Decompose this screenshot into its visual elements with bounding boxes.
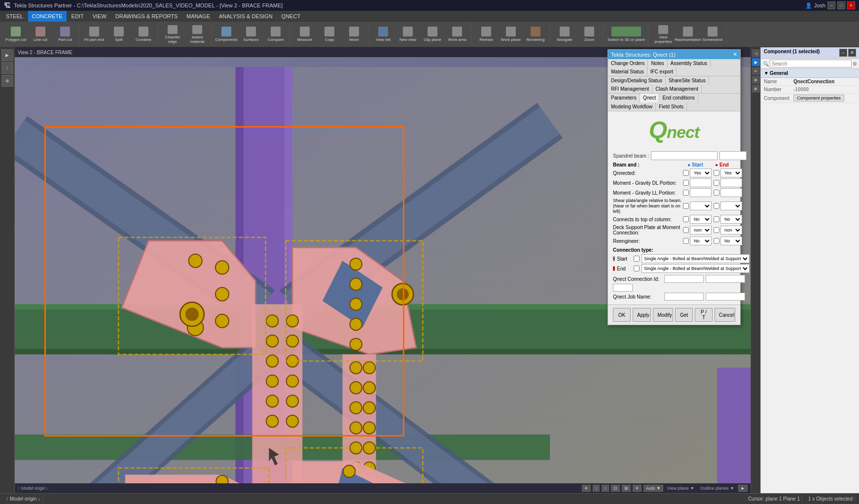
rendering-button[interactable]: Rendering [524,25,547,44]
left-tool-1[interactable]: ▶ [1,49,13,61]
tab-sharesite[interactable]: ShareSite Status [666,76,709,85]
shear-end-cb[interactable] [714,203,719,209]
qnnected-start-checkbox[interactable] [683,170,689,176]
clip-plane-button[interactable]: Clip plane [421,25,444,44]
conn-end-radio[interactable] [613,266,615,271]
added-material-button[interactable]: Added material [185,25,209,44]
conn-start-select[interactable]: Single Angle - Bolted at Beam/Welded at … [642,254,750,263]
model-origin-status[interactable]: ↑ Model origin ↓ [4,496,43,502]
chamfer-edge-button[interactable]: Chamfer edge [161,25,184,44]
measure-button[interactable]: Measure [293,25,317,44]
general-section-header[interactable]: ▼ General [761,69,859,78]
component-search-input[interactable] [770,60,852,67]
tab-rfi[interactable]: RFI Management [608,85,652,93]
vp-arrow-button[interactable]: ► [738,485,748,492]
split-button[interactable]: Split [107,25,131,44]
new-view-button[interactable]: New view [396,25,420,44]
vp-mode[interactable]: ✕ [633,485,642,492]
deck-end-sel[interactable]: none [720,226,742,235]
tab-change-orders[interactable]: Change Orders [608,59,648,67]
menu-edit[interactable]: EDIT [68,11,88,22]
tab-clash[interactable]: Clash Management [652,85,702,93]
moment-ll-start-val[interactable] [690,188,712,197]
representation-button[interactable]: Representation [676,25,700,44]
switch-3d-button[interactable]: Switch to 3D or plane [607,25,646,44]
tab-material-status[interactable]: Material Status [608,67,647,76]
reengineer-end-sel[interactable]: NoYes [720,236,742,245]
qnnected-end-checkbox[interactable] [714,170,719,176]
surfaces-button[interactable]: Surfaces [239,25,263,44]
vp-scale-x[interactable]: ✕ [582,485,591,492]
comp-close-btn[interactable]: ✕ [848,49,856,57]
work-plane-button[interactable]: Work plane [499,25,523,44]
job-name-start-input[interactable]: HSS Webinar Oil [664,293,704,301]
job-name-end-input[interactable]: HSS Webinar Oil [706,293,745,301]
menu-qnect[interactable]: QNECT [278,11,305,22]
compare-button[interactable]: Compare [264,25,287,44]
work-area-button[interactable]: Work area [445,25,469,44]
moment-dl-start-cb[interactable] [683,180,689,186]
pf-button[interactable]: P / T [695,308,713,322]
left-tool-2[interactable]: ↕ [1,62,13,74]
qnect-dialog-close-icon[interactable]: ✕ [733,51,737,58]
moment-dl-end-cb[interactable] [714,180,719,186]
moment-ll-end-cb[interactable] [714,190,719,196]
apply-button[interactable]: Apply [633,308,651,322]
rs-btn-1[interactable]: ◁ [752,49,760,57]
connects-end-cb[interactable] [714,216,719,222]
moment-ll-start-cb[interactable] [683,190,689,196]
rs-btn-4[interactable]: ⊕ [752,76,760,84]
menu-analysis-design[interactable]: ANALYSIS & DESIGN [215,11,277,22]
connects-start-sel[interactable]: NoYes [690,215,712,224]
shear-start-cb[interactable] [683,203,689,209]
menu-manage[interactable]: MANAGE [182,11,214,22]
tab-assembly-status[interactable]: Assembly Status [668,59,711,67]
conn-start-radio[interactable] [613,256,615,261]
minimize-button[interactable]: ─ [827,1,835,9]
moment-dl-end-val[interactable] [720,178,742,187]
line-cut-button[interactable]: Line cut [29,25,52,44]
vp-zoom-fit[interactable]: ⊡ [611,485,620,492]
tab-modeling-workflow[interactable]: Modeling Workflow [608,102,656,111]
move-button[interactable]: Move [342,25,366,44]
components-button[interactable]: Components [215,25,238,44]
tab-end-conditions[interactable]: End conditions [659,94,698,102]
shear-start-sel[interactable] [690,202,712,210]
tab-notes[interactable]: Notes [648,59,667,67]
tab-parameters[interactable]: Parameters [608,94,640,102]
deck-end-cb[interactable] [714,227,719,233]
vp-scale-y[interactable]: ↕ [593,485,600,492]
modify-button[interactable]: Modify [653,308,673,322]
deck-start-sel[interactable]: none [690,226,712,235]
conn-end-select[interactable]: Single Angle - Bolted at Beam/Welded at … [642,264,750,273]
rs-btn-5[interactable]: ⊗ [752,85,760,93]
cancel-button[interactable]: Cancel [715,308,735,322]
qnnected-start-select[interactable]: YesNo [690,168,712,177]
ok-button[interactable]: OK [613,308,631,322]
polygon-cut-button[interactable]: Polygon cut [4,25,28,44]
tab-design-detailing[interactable]: Design/Detailing Status [608,76,666,85]
left-tool-3[interactable]: ⊕ [1,75,13,87]
menu-steel[interactable]: STEEL [2,11,27,22]
reengineer-start-sel[interactable]: NoYes [690,236,712,245]
connects-end-sel[interactable]: NoYes [720,215,742,224]
navigate-button[interactable]: Navigate [553,25,576,44]
connects-start-cb[interactable] [683,216,689,222]
copy-button[interactable]: Copy [318,25,341,44]
rs-btn-3[interactable]: ≡ [752,67,760,75]
menu-view[interactable]: VIEW [89,11,110,22]
rs-btn-expand[interactable]: ▶ [752,58,760,66]
auto-button[interactable]: Auto ▼ [644,485,663,492]
qnnected-end-select[interactable]: YesNo [720,168,742,177]
app-input[interactable]: app [613,284,633,292]
maximize-button[interactable]: □ [837,1,845,9]
tab-qnect[interactable]: Qnect [640,94,660,102]
combine-button[interactable]: Combine [132,25,155,44]
tab-ifc-export[interactable]: IFC export [647,67,677,76]
fit-part-end-button[interactable]: Fit part end [82,25,106,44]
close-button[interactable]: ✕ [847,1,855,9]
qnect-id-start-input[interactable]: 48976956 [664,275,704,283]
component-properties-button[interactable]: Component properties [793,95,844,101]
view-properties-button[interactable]: View properties [651,25,675,44]
vp-scale-z[interactable]: ↕ [602,485,609,492]
